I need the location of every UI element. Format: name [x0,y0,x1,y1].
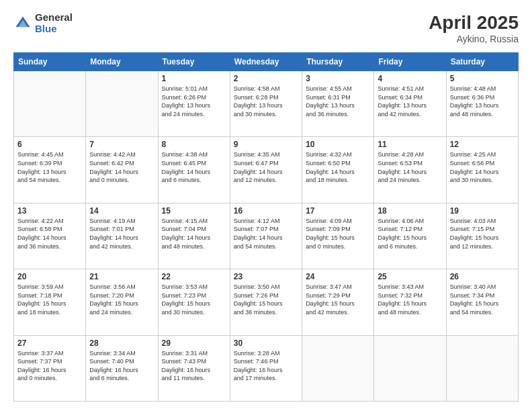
calendar-week-row: 13Sunrise: 4:22 AM Sunset: 6:58 PM Dayli… [14,203,519,269]
calendar-day-cell [374,335,446,401]
header-cell-wednesday: Wednesday [230,53,302,71]
day-info: Sunrise: 4:38 AM Sunset: 6:45 PM Dayligh… [162,150,226,184]
calendar-day-cell: 8Sunrise: 4:38 AM Sunset: 6:45 PM Daylig… [158,137,230,203]
calendar-day-cell: 15Sunrise: 4:15 AM Sunset: 7:04 PM Dayli… [158,203,230,269]
day-number: 28 [89,338,154,348]
day-info: Sunrise: 4:15 AM Sunset: 7:04 PM Dayligh… [162,217,226,250]
day-number: 3 [306,74,370,83]
day-number: 6 [17,140,82,149]
calendar-day-cell: 2Sunrise: 4:58 AM Sunset: 6:28 PM Daylig… [230,71,302,137]
day-number: 11 [378,140,442,149]
calendar-day-cell: 25Sunrise: 3:43 AM Sunset: 7:32 PM Dayli… [374,269,446,335]
day-info: Sunrise: 3:28 AM Sunset: 7:46 PM Dayligh… [234,349,298,383]
header: General Blue April 2025 Aykino, Russia [13,12,519,44]
calendar-day-cell: 6Sunrise: 4:45 AM Sunset: 6:39 PM Daylig… [14,137,86,203]
calendar-day-cell: 17Sunrise: 4:09 AM Sunset: 7:09 PM Dayli… [302,203,374,269]
calendar-day-cell: 14Sunrise: 4:19 AM Sunset: 7:01 PM Dayli… [86,203,158,269]
title-location: Aykino, Russia [429,34,519,44]
day-info: Sunrise: 4:19 AM Sunset: 7:01 PM Dayligh… [89,217,154,250]
day-number: 20 [17,272,82,281]
header-row: SundayMondayTuesdayWednesdayThursdayFrid… [14,53,519,71]
day-number: 2 [234,74,298,83]
title-month: April 2025 [429,12,519,34]
header-cell-friday: Friday [374,53,446,71]
calendar-day-cell [446,335,518,401]
day-info: Sunrise: 3:56 AM Sunset: 7:20 PM Dayligh… [89,283,154,316]
logo: General Blue [13,12,73,34]
day-info: Sunrise: 4:42 AM Sunset: 6:42 PM Dayligh… [89,150,154,184]
calendar-day-cell: 18Sunrise: 4:06 AM Sunset: 7:12 PM Dayli… [374,203,446,269]
calendar-day-cell: 10Sunrise: 4:32 AM Sunset: 6:50 PM Dayli… [302,137,374,203]
day-info: Sunrise: 3:31 AM Sunset: 7:43 PM Dayligh… [162,349,226,383]
day-number: 26 [450,272,515,281]
day-number: 9 [234,140,298,149]
day-info: Sunrise: 4:09 AM Sunset: 7:09 PM Dayligh… [306,217,370,250]
day-info: Sunrise: 3:40 AM Sunset: 7:34 PM Dayligh… [450,283,515,316]
calendar-day-cell [86,71,158,137]
day-number: 12 [450,140,515,149]
day-info: Sunrise: 4:22 AM Sunset: 6:58 PM Dayligh… [17,217,82,250]
day-info: Sunrise: 3:50 AM Sunset: 7:26 PM Dayligh… [234,283,298,316]
day-info: Sunrise: 3:53 AM Sunset: 7:23 PM Dayligh… [162,283,226,316]
day-number: 7 [89,140,154,149]
day-number: 22 [162,272,226,281]
calendar-day-cell: 1Sunrise: 5:01 AM Sunset: 6:26 PM Daylig… [158,71,230,137]
calendar-day-cell: 28Sunrise: 3:34 AM Sunset: 7:40 PM Dayli… [86,335,158,401]
calendar-day-cell: 23Sunrise: 3:50 AM Sunset: 7:26 PM Dayli… [230,269,302,335]
calendar-week-row: 20Sunrise: 3:59 AM Sunset: 7:18 PM Dayli… [14,269,519,335]
calendar-day-cell: 9Sunrise: 4:35 AM Sunset: 6:47 PM Daylig… [230,137,302,203]
calendar-week-row: 27Sunrise: 3:37 AM Sunset: 7:37 PM Dayli… [14,335,519,401]
day-info: Sunrise: 3:59 AM Sunset: 7:18 PM Dayligh… [17,283,82,316]
day-number: 8 [162,140,226,149]
day-info: Sunrise: 3:43 AM Sunset: 7:32 PM Dayligh… [378,283,442,316]
day-info: Sunrise: 4:48 AM Sunset: 6:36 PM Dayligh… [450,85,515,118]
calendar-day-cell: 26Sunrise: 3:40 AM Sunset: 7:34 PM Dayli… [446,269,518,335]
calendar-day-cell: 5Sunrise: 4:48 AM Sunset: 6:36 PM Daylig… [446,71,518,137]
day-info: Sunrise: 4:55 AM Sunset: 6:31 PM Dayligh… [306,85,370,118]
day-info: Sunrise: 5:01 AM Sunset: 6:26 PM Dayligh… [162,85,226,118]
header-cell-tuesday: Tuesday [158,53,230,71]
day-number: 23 [234,272,298,281]
calendar-day-cell: 13Sunrise: 4:22 AM Sunset: 6:58 PM Dayli… [14,203,86,269]
header-cell-thursday: Thursday [302,53,374,71]
day-info: Sunrise: 3:34 AM Sunset: 7:40 PM Dayligh… [89,349,154,383]
calendar-day-cell: 12Sunrise: 4:25 AM Sunset: 6:56 PM Dayli… [446,137,518,203]
header-cell-sunday: Sunday [14,53,86,71]
day-number: 1 [162,74,226,83]
calendar-day-cell: 29Sunrise: 3:31 AM Sunset: 7:43 PM Dayli… [158,335,230,401]
calendar-day-cell: 30Sunrise: 3:28 AM Sunset: 7:46 PM Dayli… [230,335,302,401]
day-number: 29 [162,338,226,348]
day-info: Sunrise: 4:32 AM Sunset: 6:50 PM Dayligh… [306,150,370,184]
calendar-day-cell: 21Sunrise: 3:56 AM Sunset: 7:20 PM Dayli… [86,269,158,335]
day-number: 21 [89,272,154,281]
day-number: 25 [378,272,442,281]
calendar-day-cell [302,335,374,401]
calendar-day-cell: 24Sunrise: 3:47 AM Sunset: 7:29 PM Dayli… [302,269,374,335]
day-number: 17 [306,206,370,216]
logo-icon [13,14,32,33]
calendar-day-cell: 4Sunrise: 4:51 AM Sunset: 6:34 PM Daylig… [374,71,446,137]
calendar-day-cell: 16Sunrise: 4:12 AM Sunset: 7:07 PM Dayli… [230,203,302,269]
calendar-day-cell [14,71,86,137]
logo-text: General Blue [35,12,73,34]
day-info: Sunrise: 4:45 AM Sunset: 6:39 PM Dayligh… [17,150,82,184]
day-number: 18 [378,206,442,216]
calendar-day-cell: 11Sunrise: 4:28 AM Sunset: 6:53 PM Dayli… [374,137,446,203]
day-number: 30 [234,338,298,348]
day-info: Sunrise: 4:51 AM Sunset: 6:34 PM Dayligh… [378,85,442,118]
day-number: 16 [234,206,298,216]
page: General Blue April 2025 Aykino, Russia S… [0,0,532,411]
day-info: Sunrise: 4:25 AM Sunset: 6:56 PM Dayligh… [450,150,515,184]
calendar-day-cell: 7Sunrise: 4:42 AM Sunset: 6:42 PM Daylig… [86,137,158,203]
calendar-day-cell: 27Sunrise: 3:37 AM Sunset: 7:37 PM Dayli… [14,335,86,401]
day-number: 4 [378,74,442,83]
calendar-week-row: 6Sunrise: 4:45 AM Sunset: 6:39 PM Daylig… [14,137,519,203]
day-info: Sunrise: 3:37 AM Sunset: 7:37 PM Dayligh… [17,349,82,383]
calendar-day-cell: 20Sunrise: 3:59 AM Sunset: 7:18 PM Dayli… [14,269,86,335]
day-number: 14 [89,206,154,216]
day-number: 24 [306,272,370,281]
day-info: Sunrise: 4:28 AM Sunset: 6:53 PM Dayligh… [378,150,442,184]
day-info: Sunrise: 4:06 AM Sunset: 7:12 PM Dayligh… [378,217,442,250]
calendar-table: SundayMondayTuesdayWednesdayThursdayFrid… [13,52,519,402]
header-cell-monday: Monday [86,53,158,71]
